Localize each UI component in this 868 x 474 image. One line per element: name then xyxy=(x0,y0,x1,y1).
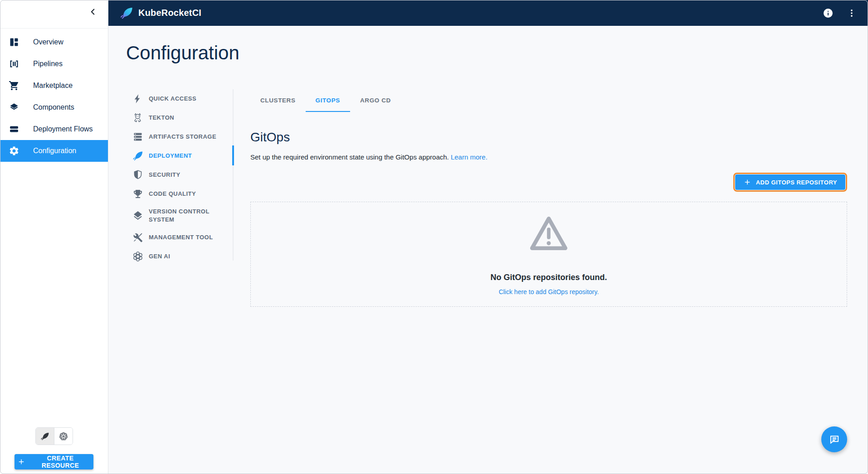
sidebar-item-pipelines[interactable]: Pipelines xyxy=(0,53,108,75)
tab-argo-cd[interactable]: ARGO CD xyxy=(350,89,401,112)
tab-label: GITOPS xyxy=(316,97,340,104)
sidebar-header xyxy=(0,0,108,29)
layers-icon xyxy=(132,210,143,221)
sidebar-item-label: Deployment Flows xyxy=(33,125,93,133)
sidebar-nav: Overview Pipelines Marketplace Component… xyxy=(0,29,108,162)
sidebar-item-configuration[interactable]: Configuration xyxy=(0,140,108,162)
menu-item-label: ARTIFACTS STORAGE xyxy=(149,133,216,141)
menu-item-management-tool[interactable]: MANAGEMENT TOOL xyxy=(132,228,230,247)
chat-icon xyxy=(829,434,840,445)
deployment-flows-icon xyxy=(9,124,20,135)
storage-icon xyxy=(132,131,143,142)
rocket-view-toggle-button[interactable] xyxy=(36,428,54,445)
rocket-icon xyxy=(40,432,49,441)
kebab-menu-button[interactable] xyxy=(843,4,861,22)
sidebar-item-marketplace[interactable]: Marketplace xyxy=(0,75,108,97)
kebab-menu-icon xyxy=(847,8,857,18)
page-title: Configuration xyxy=(126,42,239,64)
tekton-cat-icon xyxy=(132,112,143,123)
menu-item-gen-ai[interactable]: GEN AI xyxy=(132,247,230,266)
configuration-menu: QUICK ACCESS TEKTON ARTIFAC xyxy=(132,89,230,266)
empty-state-title: No GitOps repositories found. xyxy=(490,273,607,282)
menu-item-code-quality[interactable]: CODE QUALITY xyxy=(132,184,230,203)
section-title: GitOps xyxy=(250,130,847,145)
sidebar-item-label: Pipelines xyxy=(33,60,63,68)
bolt-icon xyxy=(132,93,143,104)
overview-icon xyxy=(9,37,20,48)
sidebar-item-components[interactable]: Components xyxy=(0,97,108,118)
learn-more-link[interactable]: Learn more. xyxy=(451,153,488,161)
tab-gitops[interactable]: GITOPS xyxy=(306,89,350,112)
menu-item-label: VERSION CONTROL SYSTEM xyxy=(149,208,226,224)
trophy-icon xyxy=(132,189,143,199)
plus-icon xyxy=(17,458,25,466)
create-resource-label: CREATE RESOURCE xyxy=(30,455,91,469)
tab-label: ARGO CD xyxy=(360,97,391,104)
pipelines-icon xyxy=(9,58,20,69)
header-actions xyxy=(819,4,861,22)
menu-selected-indicator xyxy=(232,145,234,165)
sidebar-item-label: Overview xyxy=(33,38,63,46)
main-content: Configuration QUICK ACCESS TEKTON xyxy=(108,26,868,474)
view-mode-toggle xyxy=(35,427,73,445)
sidebar-item-label: Configuration xyxy=(33,147,76,155)
menu-item-version-control-system[interactable]: VERSION CONTROL SYSTEM xyxy=(132,203,230,228)
shield-icon xyxy=(132,169,143,180)
description-text: Set up the required environment state us… xyxy=(250,153,449,161)
actions-row: ADD GITOPS REPOSITORY xyxy=(250,173,847,192)
empty-state-add-link[interactable]: Click here to add GitOps repository. xyxy=(499,288,599,295)
tools-icon xyxy=(132,232,143,243)
menu-item-artifacts-storage[interactable]: ARTIFACTS STORAGE xyxy=(132,127,230,146)
menu-item-label: QUICK ACCESS xyxy=(149,95,196,103)
menu-item-label: GEN AI xyxy=(149,252,170,261)
kubernetes-icon xyxy=(59,431,68,441)
kuberocketci-logo-icon xyxy=(120,6,133,20)
plus-icon xyxy=(743,178,751,186)
gitops-content: CLUSTERS GITOPS ARGO CD GitOps Set up th… xyxy=(250,89,847,307)
sidebar-item-overview[interactable]: Overview xyxy=(0,31,108,53)
create-resource-button[interactable]: CREATE RESOURCE xyxy=(15,454,93,469)
info-button[interactable] xyxy=(819,4,837,22)
tutorial-highlight-ring: ADD GITOPS REPOSITORY xyxy=(733,173,847,192)
menu-item-quick-access[interactable]: QUICK ACCESS xyxy=(132,89,230,108)
menu-item-label: SECURITY xyxy=(149,171,180,179)
tab-label: CLUSTERS xyxy=(260,97,296,104)
menu-item-deployment[interactable]: DEPLOYMENT xyxy=(132,146,230,165)
menu-item-label: MANAGEMENT TOOL xyxy=(149,233,213,242)
add-gitops-repository-button[interactable]: ADD GITOPS REPOSITORY xyxy=(735,174,845,190)
chat-fab-button[interactable] xyxy=(821,426,847,452)
components-icon xyxy=(9,102,20,113)
menu-divider xyxy=(233,89,234,261)
app-title: KubeRocketCI xyxy=(138,8,201,18)
sidebar-item-label: Marketplace xyxy=(33,82,73,90)
app-header: KubeRocketCI xyxy=(108,0,868,26)
menu-item-label: TEKTON xyxy=(149,114,174,122)
menu-item-security[interactable]: SECURITY xyxy=(132,165,230,184)
rocket-icon xyxy=(132,150,143,161)
menu-item-tekton[interactable]: TEKTON xyxy=(132,108,230,127)
sidebar-item-deployment-flows[interactable]: Deployment Flows xyxy=(0,118,108,140)
menu-item-label: DEPLOYMENT xyxy=(149,152,192,160)
sidebar-collapse-button[interactable] xyxy=(84,3,102,20)
tab-bar: CLUSTERS GITOPS ARGO CD xyxy=(250,89,847,112)
gear-icon xyxy=(9,145,20,156)
section-description: Set up the required environment state us… xyxy=(250,153,847,161)
sidebar-footer: CREATE RESOURCE xyxy=(0,427,108,474)
gen-ai-icon xyxy=(132,251,143,262)
sidebar-item-label: Components xyxy=(33,103,74,111)
empty-state-panel: No GitOps repositories found. Click here… xyxy=(250,202,847,307)
tab-clusters[interactable]: CLUSTERS xyxy=(250,89,306,112)
sidebar: Overview Pipelines Marketplace Component… xyxy=(0,0,108,474)
menu-item-label: CODE QUALITY xyxy=(149,190,196,198)
add-gitops-repository-label: ADD GITOPS REPOSITORY xyxy=(756,179,837,186)
kubernetes-view-toggle-button[interactable] xyxy=(54,428,73,445)
info-icon xyxy=(823,8,834,19)
chevron-left-icon xyxy=(88,7,98,17)
cart-icon xyxy=(9,80,20,91)
warning-triangle-icon xyxy=(525,211,573,256)
